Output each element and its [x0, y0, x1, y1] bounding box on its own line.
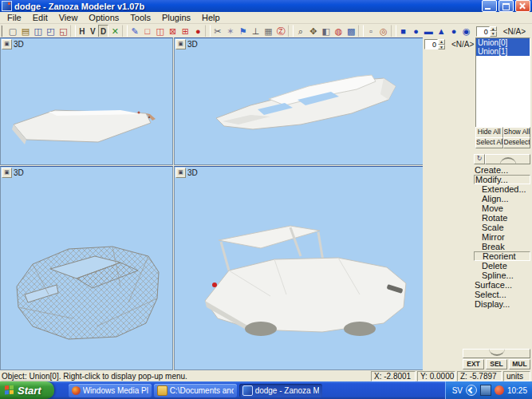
- viewport-menu-button[interactable]: ▣: [175, 39, 186, 49]
- menu-tools[interactable]: Tools: [124, 13, 156, 23]
- material-sphere-icon[interactable]: ●: [191, 25, 204, 38]
- viewport-bottom-left[interactable]: ▣ 3D: [0, 166, 173, 370]
- render-mode-icon[interactable]: ◍: [333, 25, 345, 38]
- weld-tool-icon[interactable]: ✂: [211, 25, 224, 38]
- panel-spinner-value[interactable]: 0: [424, 39, 438, 49]
- menu-plugins[interactable]: Plugins: [156, 13, 196, 23]
- panel-menu-move[interactable]: Move: [474, 203, 530, 213]
- title-bar[interactable]: dodge - Zanoza Modeler v1.07b: [0, 0, 532, 12]
- show-all-button[interactable]: Show All: [503, 127, 531, 138]
- export-icon[interactable]: ◱: [57, 25, 69, 38]
- minimize-button[interactable]: [482, 0, 497, 12]
- h-view-button[interactable]: H: [77, 25, 87, 38]
- ellipsoid-primitive-icon[interactable]: ●: [447, 25, 460, 38]
- toolbar-spinner[interactable]: 0 ▲▼: [476, 26, 497, 37]
- viewport-top-left[interactable]: ▣ 3D: [0, 38, 173, 165]
- vertices-mode-icon[interactable]: ✎: [128, 25, 141, 38]
- hide-objects-icon[interactable]: ⊠: [167, 25, 179, 38]
- panel-menu-delete[interactable]: Delete: [474, 261, 530, 271]
- new-file-icon[interactable]: ▢: [6, 25, 19, 38]
- axes-toggle-icon[interactable]: ✕: [108, 25, 121, 38]
- start-button[interactable]: Start: [0, 381, 54, 399]
- restore-button[interactable]: [499, 0, 514, 12]
- viewport-menu-button[interactable]: ▣: [175, 168, 186, 178]
- sel-mode-button[interactable]: SEL: [486, 359, 507, 369]
- panel-menu-spline[interactable]: Spline...: [474, 271, 530, 280]
- panel-menu-break[interactable]: Break: [474, 242, 530, 251]
- viewport-menu-button[interactable]: ▣: [2, 39, 12, 49]
- panel-spinner[interactable]: 0 ▲▼: [424, 39, 445, 49]
- cone-primitive-icon[interactable]: ▲: [435, 25, 447, 38]
- menu-options[interactable]: Options: [83, 13, 124, 23]
- workspace: ▣ 3D ▣ 3D: [0, 37, 532, 370]
- orbit-view-icon[interactable]: ◧: [320, 25, 333, 38]
- menu-view[interactable]: View: [53, 13, 84, 23]
- refresh-icon[interactable]: ↻: [474, 154, 485, 164]
- rollup-handle-bottom[interactable]: [463, 349, 530, 358]
- hide-all-button[interactable]: Hide All: [475, 127, 503, 138]
- cylinder-primitive-icon[interactable]: ▬: [422, 25, 435, 38]
- unhide-objects-icon[interactable]: ⊞: [179, 25, 191, 38]
- panel-menu-create[interactable]: Create...: [474, 165, 530, 175]
- close-button[interactable]: [515, 0, 530, 12]
- viewport-menu-button[interactable]: ▣: [2, 168, 12, 178]
- tray-language-label[interactable]: SV: [452, 386, 463, 395]
- edges-mode-icon[interactable]: □: [141, 25, 154, 38]
- panel-menu-display[interactable]: Display...: [474, 299, 530, 309]
- box-primitive-icon[interactable]: ■: [397, 25, 410, 38]
- panel-menu-mirror[interactable]: Mirror: [474, 232, 530, 242]
- material-dropdown[interactable]: <N/A>: [497, 26, 532, 37]
- pan-tool-icon[interactable]: ✥: [307, 25, 320, 38]
- import-icon[interactable]: ◰: [45, 25, 57, 38]
- viewport-top-right[interactable]: ▣ 3D: [174, 38, 424, 165]
- viewport-bottom-right[interactable]: ▣ 3D: [174, 166, 424, 370]
- normals-tool-icon[interactable]: ▦: [262, 25, 274, 38]
- mirror-tool-icon[interactable]: ⚑: [237, 25, 250, 38]
- v-view-button[interactable]: V: [88, 25, 98, 38]
- star-tool-icon[interactable]: ✶: [224, 25, 237, 38]
- sphere-primitive-icon[interactable]: ●: [410, 25, 423, 38]
- hide-tray-icons-icon[interactable]: [466, 385, 477, 396]
- torus-primitive-icon[interactable]: ◉: [460, 25, 473, 38]
- axis-tool-icon[interactable]: ⊥: [250, 25, 262, 38]
- rollup-handle[interactable]: [485, 154, 530, 164]
- panel-menu-surface[interactable]: Surface...: [474, 280, 530, 290]
- faces-mode-icon[interactable]: ◫: [154, 25, 167, 38]
- open-file-icon[interactable]: ▤: [19, 25, 32, 38]
- object-list-item[interactable]: Union[1]: [476, 47, 530, 56]
- zmodeler-z-icon[interactable]: Ⓩ: [274, 25, 287, 38]
- menu-help[interactable]: Help: [196, 13, 226, 23]
- task-explorer-documents[interactable]: C:\Documents and Se...: [154, 384, 237, 397]
- spinner-down-icon[interactable]: ▼: [438, 45, 445, 50]
- spinner-down-icon[interactable]: ▼: [490, 31, 497, 37]
- antivirus-tray-icon[interactable]: [495, 385, 504, 395]
- task-zmodeler[interactable]: dodge - Zanoza Mode...: [239, 384, 322, 397]
- target-icon[interactable]: ◎: [377, 25, 390, 38]
- taskbar-tasks: Windows Media Player C:\Documents and Se…: [69, 384, 445, 397]
- select-rect-icon[interactable]: ▫: [365, 25, 377, 38]
- mul-mode-button[interactable]: MUL: [509, 359, 530, 369]
- menu-edit[interactable]: Edit: [27, 13, 53, 23]
- network-tray-icon[interactable]: [480, 385, 491, 396]
- textured-mode-icon[interactable]: ▩: [345, 25, 357, 38]
- zoom-tool-icon[interactable]: ⌕: [294, 25, 307, 38]
- object-list[interactable]: Union[0] Union[1]: [475, 38, 530, 128]
- panel-menu-rotate[interactable]: Rotate: [474, 213, 530, 223]
- panel-menu-scale[interactable]: Scale: [474, 223, 530, 232]
- panel-menu-align[interactable]: Align...: [474, 194, 530, 203]
- panel-menu-reorient[interactable]: Reorient: [474, 251, 530, 261]
- taskbar-clock[interactable]: 10:25: [507, 386, 527, 395]
- panel-menu-select[interactable]: Select...: [474, 290, 530, 299]
- deselect-button[interactable]: Deselect: [503, 137, 531, 148]
- menu-file[interactable]: File: [2, 13, 27, 23]
- status-bar: Object: Union[0]. Right-click to display…: [0, 370, 532, 381]
- save-file-icon[interactable]: ◫: [32, 25, 45, 38]
- panel-menu-extended[interactable]: Extended...: [474, 184, 530, 194]
- panel-menu-modify[interactable]: Modify...: [474, 175, 530, 184]
- toolbar-spinner-value[interactable]: 0: [476, 26, 490, 37]
- object-list-item[interactable]: Union[0]: [476, 38, 530, 47]
- select-all-button[interactable]: Select All: [475, 137, 503, 148]
- task-windows-media-player[interactable]: Windows Media Player: [69, 384, 152, 397]
- ext-mode-button[interactable]: EXT: [463, 359, 484, 369]
- d-view-button[interactable]: D: [98, 25, 108, 38]
